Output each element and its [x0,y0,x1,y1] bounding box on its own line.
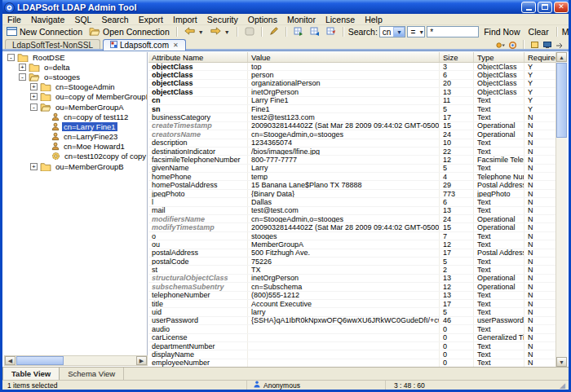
tab-ldapsofttest-nonssl[interactable]: LdapSoftTest-NonSSL [5,39,100,51]
operator-combobox[interactable]: = ▼ [407,26,425,37]
refresh-disabled-button[interactable] [242,26,257,38]
table-row[interactable]: carLicense0Generalized TimeN [148,334,556,342]
table-row[interactable]: userPassword{SSHA}qA1IbR0kNpxwOFQ6wwXU6J… [148,317,556,325]
menu-security[interactable]: Security [202,15,243,24]
table-row[interactable]: facsimileTelephoneNumber800-777-777712Fa… [148,156,556,164]
menu-navigate[interactable]: Navigate [26,15,69,24]
expand-icon[interactable]: + [30,93,38,100]
collapse-icon[interactable]: - [7,54,15,61]
expand-icon[interactable]: + [30,83,38,90]
table-row[interactable]: modifiersNamecn=StoogeAdmin,o=stooges24O… [148,215,556,223]
table-row[interactable]: homePostalAddress15 Banana Lane$Plano TX… [148,181,556,189]
table-vertical-scrollbar[interactable]: ▲ ▼ [556,52,567,367]
tab-close-icon[interactable]: ✕ [173,42,179,49]
table-row[interactable]: postalAddress500 Fitzhugh Ave.17Postal A… [148,249,556,258]
new-window-icon[interactable] [530,41,539,49]
menu-license[interactable]: License [321,15,360,24]
table-row[interactable]: modifyTimestamp20090328144402Z (Sat Mar … [148,223,556,231]
menu-import[interactable]: Import [168,15,202,24]
collapse-icon[interactable]: - [30,104,38,111]
table-row[interactable]: postalCode752265TextN [148,258,556,266]
tree-item[interactable]: cn=test102copy of copy of UserGroup [4,152,147,161]
menu-options[interactable]: Options [243,15,282,24]
menu-search[interactable]: Search [96,15,133,24]
tree-item[interactable]: cn=copy of test112 [4,112,147,121]
table-row[interactable]: jpegPhoto{Binary Data}773jpegPhotoN [148,190,556,198]
table-row[interactable]: createTimestamp20090328144402Z (Sat Mar … [148,122,556,130]
minimize-button[interactable] [521,2,536,13]
open-connection-button[interactable]: Open Connection [86,26,172,38]
tree-item[interactable]: +ou=copy of MemberGroupB [4,92,147,102]
column-header-attribute-name[interactable]: Attribute Name [148,52,248,62]
scrollbar-thumb[interactable] [16,356,64,365]
collapse-icon[interactable]: - [19,73,26,81]
table-row[interactable]: creatorsNamecn=StoogeAdmin,o=stooges24Op… [148,130,556,139]
menu-help[interactable]: Help [360,15,387,24]
chevron-down-icon[interactable]: ▼ [393,27,405,37]
minimize-pane-icon[interactable] [555,41,564,49]
table-row[interactable]: cnLarry Fine111TextY [148,97,556,105]
tree-item[interactable]: +cn=StoogeAdmin [4,82,147,92]
table-row[interactable]: subschemaSubentrycn=Subschema12Operation… [148,283,556,291]
expand-icon[interactable]: + [19,64,26,71]
table-row[interactable]: mailtest@test.com13TextN [148,207,556,215]
menu-file[interactable]: File [2,15,26,24]
table-row[interactable]: ostooges7TextN [148,232,556,240]
column-header-required[interactable]: Required [525,52,556,62]
table-row[interactable]: objectClasstop3ObjectClassY [148,63,556,71]
close-button[interactable]: ✕ [554,2,569,13]
import-table-button[interactable] [308,26,322,38]
tree-item[interactable]: -RootDSE [4,52,147,62]
menu-sql[interactable]: SQL [69,15,96,24]
maximize-button[interactable] [538,2,552,13]
table-row[interactable]: objectClassorganizationalPerson20ObjectC… [148,80,556,88]
scroll-left-icon[interactable]: ◀ [5,356,15,365]
tree-item[interactable]: -ou=MemberGroupA [4,102,147,112]
table-row[interactable]: lDallas6TextN [148,198,556,206]
scroll-right-icon[interactable]: ▶ [136,356,147,365]
forward-button[interactable]: ▼ [208,26,232,38]
table-row[interactable]: snFine15TextY [148,105,556,113]
view-menu-icon[interactable] [496,41,505,49]
tab-table-view[interactable]: Table View [2,368,60,380]
expand-icon[interactable]: + [30,163,38,170]
scrollbar-thumb[interactable] [556,63,567,138]
tree-item[interactable]: cn=LarryFine23 [4,132,147,142]
console-icon[interactable] [542,41,551,49]
edit-entry-button[interactable] [267,26,281,38]
table-row[interactable]: givenNameLarry5TextN [148,165,556,173]
tab-ldapsoft-com[interactable]: Ldapsoft.com ✕ [103,39,186,51]
table-row[interactable]: stTX2TextN [148,266,556,274]
menu-export[interactable]: Export [134,15,168,24]
table-row[interactable]: ouMemberGroupA12TextN [148,240,556,249]
table-row[interactable]: objectClassperson6ObjectClassY [148,71,556,79]
column-header-type[interactable]: Type [474,52,525,62]
search-term-input[interactable] [427,26,479,37]
tab-schema-view[interactable]: Schema View [60,368,124,380]
table-row[interactable]: destinationIndicator/bios/images/lfine.j… [148,148,556,156]
menu-monitor[interactable]: Monitor [282,15,321,24]
find-now-button[interactable]: Find Now [480,27,523,37]
scroll-down-icon[interactable]: ▼ [556,357,567,367]
tree-item[interactable]: cn=Larry Fine1 [4,121,147,131]
scroll-up-icon[interactable]: ▲ [556,52,567,62]
table-row[interactable]: uidlarry5TextN [148,308,556,316]
tree-item[interactable]: -o=stooges [4,72,147,81]
table-row[interactable]: description123436507410TextN [148,139,556,148]
table-row[interactable]: audio0TextN [148,325,556,333]
search-field-combobox[interactable]: cn ▼ [379,26,406,37]
new-connection-button[interactable]: New Connection [4,26,85,38]
export-table-button[interactable] [291,26,306,38]
column-header-value[interactable]: Value [248,52,440,62]
table-row[interactable]: telephoneNumber(800)555-121213TextN [148,292,556,300]
table-row[interactable]: departmentNumber0TextN [148,342,556,350]
table-row[interactable]: structuralObjectClassinetOrgPerson13Oper… [148,275,556,283]
column-header-size[interactable]: Size [440,52,474,62]
table-row[interactable]: displayName0TextN [148,350,556,359]
tree-item[interactable]: +o=delta [4,62,147,72]
table-row[interactable]: titleAccount Executive17TextN [148,300,556,308]
export-csv-button[interactable] [324,26,339,38]
tree-item[interactable]: cn=Moe Howard1 [4,142,147,152]
refresh-icon[interactable] [508,41,517,49]
tree-horizontal-scrollbar[interactable]: ◀ ▶ [4,355,148,366]
